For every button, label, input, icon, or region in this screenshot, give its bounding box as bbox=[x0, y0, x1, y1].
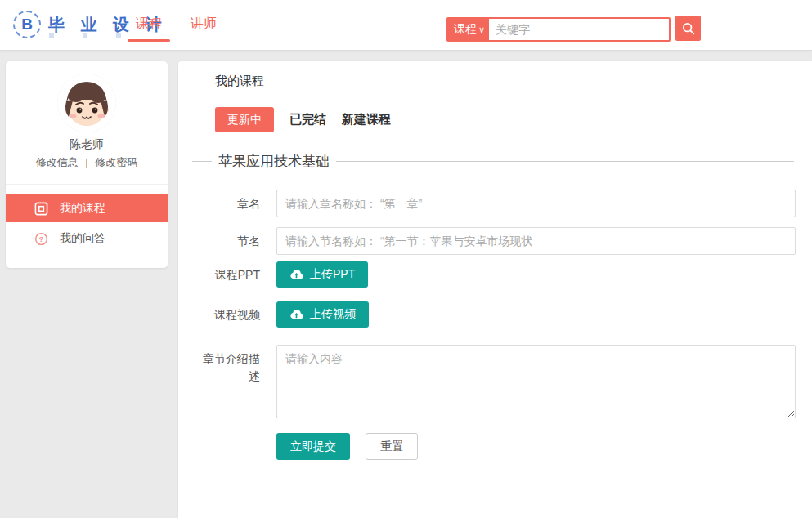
page-title: 我的课程 bbox=[215, 61, 264, 100]
upload-ppt-button[interactable]: 上传PPT bbox=[276, 261, 368, 288]
description-textarea[interactable] bbox=[276, 345, 796, 418]
title-divider bbox=[178, 100, 812, 100]
section-line-right bbox=[336, 161, 794, 162]
tab-new-course[interactable]: 新建课程 bbox=[342, 112, 391, 127]
teacher-avatar[interactable] bbox=[57, 74, 116, 132]
form-actions-row: 立即提交 重置 bbox=[195, 433, 796, 460]
logo-badge-icon: B bbox=[13, 11, 41, 38]
upload-ppt-label: 上传PPT bbox=[310, 267, 355, 282]
nav-item-courses[interactable]: 课程 bbox=[136, 0, 162, 51]
search-category-label: 课程 bbox=[454, 22, 477, 37]
chevron-down-icon: ∨ bbox=[478, 25, 485, 35]
tab-updating[interactable]: 更新中 bbox=[215, 107, 274, 132]
logo-decoration-mark bbox=[116, 33, 121, 38]
top-header: B 毕 业 设 计 课程 讲师 课程 ∨ bbox=[0, 0, 812, 51]
question-icon: ? bbox=[34, 232, 48, 246]
sidebar-item-my-courses[interactable]: 我的课程 bbox=[6, 194, 168, 222]
nav-item-lecturers[interactable]: 讲师 bbox=[191, 0, 217, 51]
upload-video-button[interactable]: 上传视频 bbox=[276, 301, 369, 328]
section-name-label: 节名 bbox=[195, 227, 260, 250]
course-video-label: 课程视频 bbox=[195, 301, 260, 324]
sidebar-profile-panel: 陈老师 修改信息 | 修改密码 我的课程 ? 我的问答 bbox=[6, 61, 168, 268]
sidebar-item-my-qa[interactable]: ? 我的问答 bbox=[6, 225, 168, 252]
edit-info-link[interactable]: 修改信息 bbox=[36, 156, 79, 168]
course-icon bbox=[34, 202, 48, 216]
sidebar-item-label: 我的课程 bbox=[60, 201, 105, 216]
search-bar: 课程 ∨ bbox=[446, 17, 671, 42]
sidebar-divider bbox=[6, 184, 168, 185]
course-status-tabs: 更新中 已完结 新建课程 bbox=[215, 107, 391, 132]
search-button[interactable] bbox=[675, 16, 701, 41]
section-name-input[interactable] bbox=[276, 227, 796, 255]
chapter-name-input[interactable] bbox=[276, 190, 796, 217]
chapter-name-row: 章名 bbox=[195, 190, 796, 217]
actions-spacer bbox=[195, 433, 260, 439]
description-label: 章节介绍描述 bbox=[195, 345, 260, 385]
reset-button[interactable]: 重置 bbox=[366, 433, 418, 460]
course-video-row: 课程视频 上传视频 bbox=[195, 301, 796, 328]
magnifier-icon bbox=[681, 21, 696, 36]
main-content-panel: 我的课程 更新中 已完结 新建课程 苹果应用技术基础 章名 节名 课程PPT bbox=[178, 61, 812, 518]
tab-finished[interactable]: 已完结 bbox=[289, 112, 326, 127]
search-category-select[interactable]: 课程 ∨ bbox=[448, 19, 489, 40]
teacher-name: 陈老师 bbox=[6, 137, 168, 152]
logo-decoration-mark bbox=[49, 33, 54, 38]
course-ppt-label: 课程PPT bbox=[195, 261, 260, 284]
logo-decoration-mark bbox=[83, 33, 87, 38]
section-line-left bbox=[192, 161, 212, 162]
cloud-upload-icon bbox=[289, 269, 303, 280]
svg-text:?: ? bbox=[39, 234, 44, 243]
edit-password-link[interactable]: 修改密码 bbox=[95, 156, 137, 168]
course-ppt-row: 课程PPT 上传PPT bbox=[195, 261, 796, 288]
course-section-title: 苹果应用技术基础 bbox=[218, 152, 330, 171]
search-input[interactable] bbox=[489, 19, 669, 40]
profile-links: 修改信息 | 修改密码 bbox=[6, 155, 168, 170]
description-row: 章节介绍描述 bbox=[195, 345, 796, 422]
cloud-upload-icon bbox=[289, 309, 303, 320]
course-section-header: 苹果应用技术基础 bbox=[192, 151, 794, 171]
submit-button[interactable]: 立即提交 bbox=[276, 433, 350, 460]
chapter-name-label: 章名 bbox=[195, 190, 260, 212]
sidebar-item-label: 我的问答 bbox=[60, 231, 105, 246]
upload-video-label: 上传视频 bbox=[310, 307, 356, 322]
links-divider: | bbox=[85, 156, 87, 168]
section-name-row: 节名 bbox=[195, 227, 796, 255]
